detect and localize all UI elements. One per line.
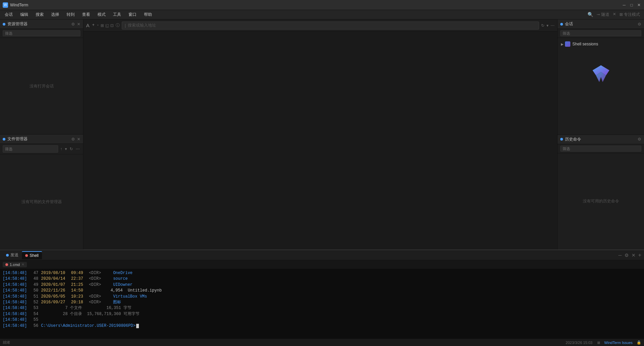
resource-manager-settings-icon[interactable]: ⚙ — [71, 22, 75, 27]
browser-search-bar[interactable]: | 搜索或输入地址 — [122, 22, 539, 30]
terminal-content: [14:58:48] 47 2019/08/10 09:49 <DIR> One… — [0, 269, 644, 339]
subtab-1cmd-close[interactable]: ✕ — [22, 263, 24, 266]
terminal-settings-btn[interactable]: ⚙ — [624, 253, 629, 258]
maximize-button[interactable]: □ — [629, 3, 634, 7]
new-tab-btn[interactable]: ⊞ — [101, 23, 104, 28]
font-size-minus-btn[interactable]: - — [97, 23, 99, 28]
terminal-controls: ─ ⚙ ✕ — [618, 253, 636, 258]
x-icon[interactable]: ✕ — [613, 12, 616, 17]
session-tree: ▶ Shell sessions — [558, 38, 644, 50]
file-manager-section: 文件管理器 ⚙ ✕ ↑ ▾ ↻ ⋯ 没有可用的文件管理器 — [0, 134, 83, 249]
fm-dropdown-btn[interactable]: ▾ — [64, 146, 68, 152]
session-header: 会话 ⚙ — [558, 20, 644, 29]
tunnel-icon[interactable]: ⊸ 隧道 — [597, 12, 609, 17]
menu-item-window[interactable]: 窗口 — [125, 10, 140, 19]
resource-manager-filter-input[interactable] — [3, 30, 80, 36]
search-bar-icon: | — [125, 23, 126, 28]
font-size-controls: A + - — [86, 23, 99, 28]
refresh-btn[interactable]: ↻ — [541, 23, 544, 28]
history-header: 历史命令 ⚙ — [558, 135, 644, 144]
session-folder-icon — [565, 41, 570, 47]
fm-refresh-btn[interactable]: ↻ — [69, 146, 74, 152]
file-manager-title: 文件管理器 — [7, 136, 71, 142]
history-dot — [560, 138, 563, 141]
terminal-close-btn[interactable]: ✕ — [632, 253, 636, 258]
more-btn[interactable]: ⋯ — [551, 23, 555, 28]
session-dot — [560, 23, 563, 26]
subtab-1cmd[interactable]: 1.cmd ✕ — [3, 262, 27, 267]
nav-btn-back[interactable]: ◱ — [105, 23, 109, 28]
shell-tab-dot — [25, 254, 28, 257]
menu-item-edit[interactable]: 编辑 — [17, 10, 32, 19]
session-filter-input[interactable] — [560, 30, 641, 36]
nav-icons: ⊞ ◱ ⊡ — [101, 23, 114, 28]
status-datetime: 2023/3/26 15:03 — [566, 341, 593, 345]
menu-item-mode[interactable]: 模式 — [94, 10, 109, 19]
terminal-area: 发送 Shell ─ ⚙ ✕ + 1.cmd ✕ [14:58:48] 47 2… — [0, 249, 644, 339]
terminal-subtabs: 1.cmd ✕ — [0, 260, 644, 269]
nav-btn-forward[interactable]: ⊡ — [110, 23, 114, 28]
center-empty — [83, 32, 557, 249]
font-size-large-btn[interactable]: A — [86, 23, 89, 28]
table-row: [14:58:48] 53 7 个文件 16,351 字节 — [3, 305, 641, 311]
resource-manager-icons: ⚙ ✕ — [71, 22, 80, 27]
shell-sessions-label: Shell sessions — [572, 42, 598, 46]
table-row: [14:58:48] 51 2020/05/05 10:23 <DIR> Vir… — [3, 294, 641, 300]
table-row: [14:58:48] 55 — [3, 317, 641, 323]
search-icon[interactable]: 🔍 — [588, 12, 593, 17]
table-row: [14:58:48] 49 2020/01/07 21:25 <DIR> UID… — [3, 282, 641, 288]
table-row: [14:58:48] 50 2022/11/26 14:50 4,954 Unt… — [3, 288, 641, 294]
fm-more-btn[interactable]: ⋯ — [75, 146, 80, 152]
file-manager-filter-input[interactable] — [3, 145, 58, 153]
tab-shell[interactable]: Shell — [22, 251, 42, 259]
close-button[interactable]: ✕ — [637, 3, 641, 7]
subtab-1cmd-dot — [5, 263, 8, 266]
file-manager-empty-text: 没有可用的文件管理器 — [0, 154, 83, 249]
browser-bar: A + - ⊞ ◱ ⊡ ⓘ | 搜索或输入地址 ↻ ▾ ⋯ — [83, 20, 557, 32]
menu-item-tools[interactable]: 工具 — [110, 10, 124, 19]
session-tree-item-shell[interactable]: ▶ Shell sessions — [558, 40, 644, 48]
search-placeholder-text: 搜索或输入地址 — [128, 23, 156, 28]
file-manager-toolbar: ↑ ▾ ↻ ⋯ — [0, 144, 83, 154]
table-row: [14:58:48] 54 28 个目录 15,768,719,360 可用字节 — [3, 311, 641, 317]
menu-item-session[interactable]: 会话 — [1, 10, 16, 19]
file-manager-settings-icon[interactable]: ⚙ — [71, 137, 75, 142]
terminal-prompt: C:\Users\Administrator.USER-20190806PD> — [41, 323, 136, 329]
dropdown-btn[interactable]: ▾ — [546, 23, 548, 28]
info-icon: ⓘ — [116, 23, 120, 28]
send-tab-label: 发送 — [10, 252, 18, 258]
session-settings-icon[interactable]: ⚙ — [638, 22, 641, 27]
menu-item-goto[interactable]: 转到 — [63, 10, 78, 19]
menu-item-help[interactable]: 帮助 — [141, 10, 155, 19]
file-manager-icons: ⚙ ✕ — [71, 137, 80, 142]
history-settings-icon[interactable]: ⚙ — [638, 137, 641, 142]
file-manager-dot — [3, 138, 5, 141]
status-bar: 就绪 2023/3/26 15:03 🖥 WindTerm Issues 🔒 — [0, 339, 644, 346]
subtab-1cmd-label: 1.cmd — [10, 263, 20, 267]
font-size-plus-btn[interactable]: + — [92, 23, 94, 28]
fm-up-btn[interactable]: ↑ — [60, 146, 63, 152]
history-empty-text: 没有可用的历史命令 — [558, 153, 644, 250]
terminal-add-btn[interactable]: + — [638, 252, 641, 258]
session-section: 会话 ⚙ ▶ Shell sessions — [558, 20, 644, 135]
terminal-minimize-btn[interactable]: ─ — [618, 253, 622, 258]
file-manager-close-icon[interactable]: ✕ — [77, 137, 80, 142]
shell-tab-label: Shell — [30, 253, 39, 258]
title-bar-title: WindTerm — [10, 3, 622, 7]
resource-manager-close-icon[interactable]: ✕ — [77, 22, 80, 27]
menu-item-view[interactable]: 查看 — [79, 10, 93, 19]
left-panel: 资源管理器 ⚙ ✕ 没有打开会话 文件管理器 ⚙ ✕ — [0, 20, 83, 249]
history-section: 历史命令 ⚙ 没有可用的历史命令 — [558, 135, 644, 250]
menu-item-search[interactable]: 搜索 — [32, 10, 47, 19]
windterm-issues-link[interactable]: WindTerm Issues — [604, 341, 633, 345]
history-title: 历史命令 — [565, 137, 638, 142]
history-filter-input[interactable] — [560, 146, 641, 152]
lock-icon: 🔒 — [637, 340, 641, 345]
windterm-logo — [591, 64, 611, 84]
terminal-tabs: 发送 Shell ─ ⚙ ✕ + — [0, 250, 644, 260]
title-bar-controls: ─ □ ✕ — [622, 3, 641, 7]
focus-mode-icon[interactable]: ⊠ 专注模式 — [619, 12, 640, 17]
minimize-button[interactable]: ─ — [622, 3, 627, 7]
menu-item-select[interactable]: 选择 — [48, 10, 63, 19]
tab-send[interactable]: 发送 — [3, 251, 22, 259]
